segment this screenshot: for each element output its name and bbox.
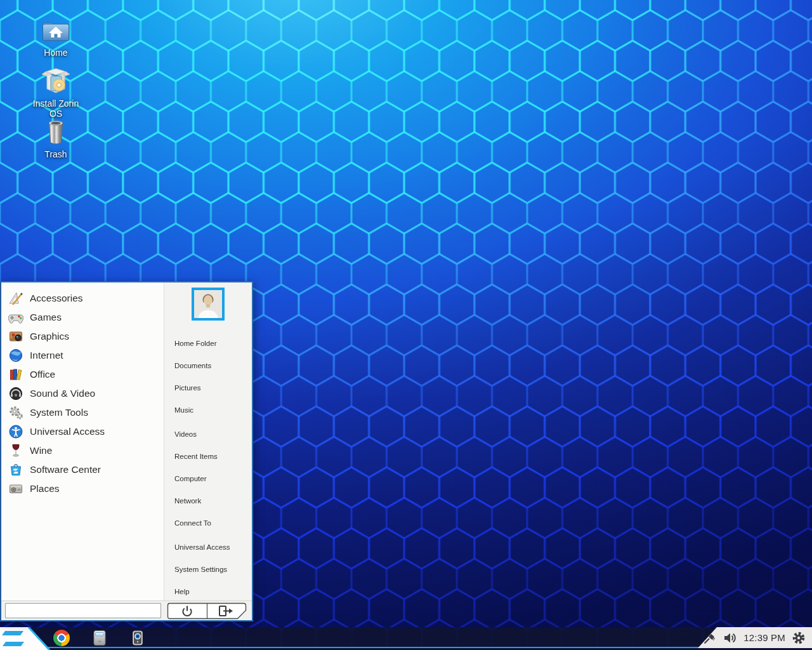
desktop-icon-label: Home bbox=[25, 48, 86, 58]
place-label: Help bbox=[174, 588, 190, 595]
place-label: System Settings bbox=[174, 566, 227, 573]
wine-icon bbox=[8, 443, 23, 458]
category-label: Accessories bbox=[30, 293, 83, 304]
desktop-icon-trash[interactable]: Trash bbox=[25, 117, 86, 159]
zorin-menu-panel: Accessories Games Graphics bbox=[0, 281, 253, 621]
place-label: Network bbox=[174, 497, 201, 505]
menu-category-universal-access[interactable]: Universal Access bbox=[1, 422, 164, 441]
place-item-recent-items[interactable]: Recent Items bbox=[164, 445, 252, 467]
universal-access-icon bbox=[8, 424, 23, 439]
category-label: Graphics bbox=[30, 331, 69, 342]
category-label: Internet bbox=[30, 350, 63, 361]
media-player-icon[interactable] bbox=[129, 630, 146, 646]
graphics-icon bbox=[8, 329, 23, 344]
place-label: Recent Items bbox=[174, 453, 218, 460]
category-label: System Tools bbox=[30, 407, 88, 418]
place-label: Connect To bbox=[174, 519, 211, 527]
home-folder-icon bbox=[41, 17, 71, 46]
place-label: Universal Access bbox=[174, 543, 230, 551]
desktop-icon-home[interactable]: Home bbox=[25, 17, 86, 58]
category-label: Wine bbox=[30, 445, 52, 456]
place-item-pictures[interactable]: Pictures bbox=[164, 376, 252, 399]
zorin-menu-button[interactable] bbox=[0, 627, 51, 650]
menu-bottom-bar bbox=[1, 600, 252, 620]
games-icon bbox=[8, 310, 23, 325]
taskbar: 12:39 PM bbox=[0, 627, 812, 650]
place-item-network[interactable]: Network bbox=[164, 489, 252, 512]
file-manager-icon[interactable] bbox=[91, 630, 108, 646]
logout-button[interactable] bbox=[208, 604, 240, 618]
system-tools-icon bbox=[8, 405, 23, 420]
place-item-home-folder[interactable]: Home Folder bbox=[164, 332, 252, 354]
place-label: Pictures bbox=[174, 384, 201, 392]
search-input[interactable] bbox=[5, 603, 161, 618]
place-item-universal-access[interactable]: Universal Access bbox=[164, 536, 252, 558]
session-buttons bbox=[167, 602, 248, 620]
menu-category-system-tools[interactable]: System Tools bbox=[1, 403, 164, 422]
category-label: Games bbox=[30, 312, 62, 323]
desktop-icon-label: Install Zorin OS bbox=[25, 98, 86, 119]
chrome-icon[interactable] bbox=[53, 630, 70, 646]
trash-icon bbox=[41, 117, 71, 147]
taskbar-apps bbox=[53, 627, 146, 648]
clock[interactable]: 12:39 PM bbox=[743, 632, 785, 643]
place-item-system-settings[interactable]: System Settings bbox=[164, 558, 252, 580]
system-tray: 12:39 PM bbox=[698, 627, 812, 648]
place-label: Documents bbox=[174, 362, 211, 369]
menu-category-accessories[interactable]: Accessories bbox=[1, 289, 164, 308]
menu-category-games[interactable]: Games bbox=[1, 308, 164, 327]
place-item-documents[interactable]: Documents bbox=[164, 354, 252, 376]
menu-category-graphics[interactable]: Graphics bbox=[1, 327, 164, 346]
category-label: Software Center bbox=[30, 464, 101, 475]
place-item-help[interactable]: Help bbox=[164, 580, 252, 602]
place-label: Computer bbox=[174, 475, 207, 482]
menu-categories: Accessories Games Graphics bbox=[1, 282, 164, 600]
accessories-icon bbox=[8, 291, 23, 306]
internet-icon bbox=[8, 348, 23, 363]
sound-video-icon bbox=[8, 386, 23, 401]
place-label: Music bbox=[174, 406, 193, 414]
office-icon bbox=[8, 367, 23, 382]
menu-places-column: Home Folder Documents Pictures Music Vid… bbox=[164, 282, 252, 600]
desktop-icon-install-zorin[interactable]: Install Zorin OS bbox=[25, 66, 86, 119]
place-item-music[interactable]: Music bbox=[164, 399, 252, 421]
menu-category-sound-video[interactable]: Sound & Video bbox=[1, 384, 164, 403]
menu-category-office[interactable]: Office bbox=[1, 365, 164, 384]
place-item-computer[interactable]: Computer bbox=[164, 467, 252, 489]
menu-category-software-center[interactable]: Software Center bbox=[1, 460, 164, 479]
category-label: Sound & Video bbox=[30, 388, 95, 399]
user-avatar-icon bbox=[194, 290, 222, 318]
volume-icon[interactable] bbox=[723, 631, 737, 645]
place-label: Home Folder bbox=[174, 340, 216, 347]
zorin-logo-icon bbox=[0, 627, 51, 650]
menu-category-internet[interactable]: Internet bbox=[1, 346, 164, 365]
gear-icon[interactable] bbox=[792, 631, 806, 645]
category-label: Places bbox=[30, 483, 60, 494]
place-item-connect-to[interactable]: Connect To bbox=[164, 512, 252, 534]
place-label: Videos bbox=[174, 430, 197, 438]
category-label: Office bbox=[30, 369, 55, 380]
power-button[interactable] bbox=[169, 604, 206, 618]
menu-category-wine[interactable]: Wine bbox=[1, 441, 164, 460]
place-item-videos[interactable]: Videos bbox=[164, 423, 252, 445]
software-center-icon bbox=[8, 462, 23, 477]
user-avatar[interactable] bbox=[192, 288, 225, 321]
installer-icon bbox=[41, 66, 71, 96]
desktop-icon-label: Trash bbox=[25, 149, 86, 159]
places-icon bbox=[8, 481, 23, 496]
category-label: Universal Access bbox=[30, 426, 105, 437]
menu-category-places[interactable]: Places bbox=[1, 479, 164, 498]
